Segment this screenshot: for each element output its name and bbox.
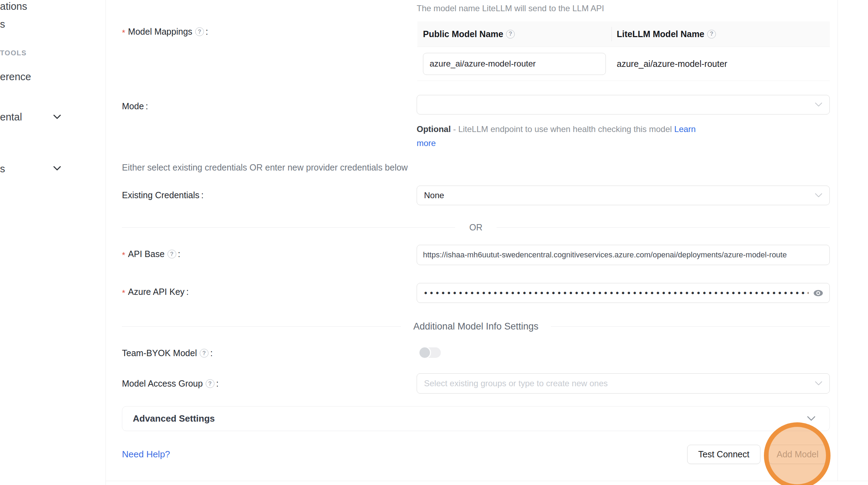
table-header-litellm-model-name: LiteLLM Model Name ? xyxy=(611,21,716,47)
label-text: Model Mappings xyxy=(128,27,192,37)
credentials-note: Either select existing credentials OR en… xyxy=(122,162,408,173)
advanced-settings-panel[interactable]: Advanced Settings xyxy=(122,406,830,431)
label-colon: : xyxy=(201,190,204,200)
chevron-down-icon xyxy=(815,193,822,198)
label-text: Model Access Group xyxy=(122,379,203,389)
api-base-label: * API Base ? : xyxy=(122,249,180,259)
existing-credentials-label: Existing Credentials : xyxy=(122,190,204,200)
model-access-group-select[interactable]: Select existing groups or type to create… xyxy=(417,373,830,394)
azure-api-key-input[interactable] xyxy=(417,283,830,303)
chevron-down-icon xyxy=(815,381,822,386)
existing-credentials-value: None xyxy=(424,190,444,200)
label-colon: : xyxy=(210,348,213,358)
or-text: OR xyxy=(455,222,497,233)
eye-icon[interactable] xyxy=(813,289,823,297)
existing-credentials-select[interactable]: None xyxy=(417,186,830,205)
azure-api-key-label: * Azure API Key : xyxy=(122,287,189,297)
model-access-group-label: Model Access Group ? : xyxy=(122,379,219,389)
divider-line xyxy=(122,326,401,327)
label-colon: : xyxy=(178,249,180,259)
sidebar-item-s1[interactable]: s xyxy=(0,19,5,30)
mode-label: Mode : xyxy=(122,101,148,111)
mode-select[interactable] xyxy=(417,95,830,115)
table-row: azure_ai/azure-model-router xyxy=(417,47,830,81)
help-icon[interactable]: ? xyxy=(206,379,214,388)
label-colon: : xyxy=(216,379,219,389)
sidebar-item-label: ental xyxy=(0,111,22,123)
team-byok-toggle[interactable] xyxy=(419,347,441,358)
table-header-row: Public Model Name ? LiteLLM Model Name ? xyxy=(417,21,830,47)
header-text: Public Model Name xyxy=(423,29,503,39)
additional-settings-text: Additional Model Info Settings xyxy=(401,321,551,332)
divider-line xyxy=(497,227,830,228)
header-divider xyxy=(611,27,612,41)
model-name-hint: The model name LiteLLM will send to the … xyxy=(417,4,604,13)
divider-line xyxy=(551,326,830,327)
sidebar-item-label: erence xyxy=(0,71,31,83)
model-mappings-table: Public Model Name ? LiteLLM Model Name ?… xyxy=(417,21,830,81)
sidebar-item-ental[interactable]: ental xyxy=(0,111,22,123)
optional-help-text: Optional - LiteLLM endpoint to use when … xyxy=(417,122,711,150)
public-model-name-input[interactable] xyxy=(423,53,606,75)
optional-text: - LiteLLM endpoint to use when health ch… xyxy=(451,124,674,134)
add-model-button[interactable]: Add Model xyxy=(768,445,827,464)
sidebar-item-label: ations xyxy=(0,1,27,12)
toggle-knob xyxy=(419,347,430,358)
test-connect-button[interactable]: Test Connect xyxy=(687,445,760,464)
chevron-down-icon xyxy=(815,102,822,107)
divider-line xyxy=(122,227,455,228)
or-divider: OR xyxy=(122,223,830,232)
chevron-down-icon xyxy=(807,416,815,421)
help-icon[interactable]: ? xyxy=(506,30,515,39)
label-colon: : xyxy=(146,101,148,111)
sidebar-item-label: s xyxy=(0,163,5,175)
label-colon: : xyxy=(186,287,189,297)
required-marker: * xyxy=(122,250,125,260)
chevron-down-icon xyxy=(53,166,61,171)
header-text: LiteLLM Model Name xyxy=(617,29,704,39)
api-base-input[interactable] xyxy=(417,245,830,265)
help-icon[interactable]: ? xyxy=(200,349,209,358)
azure-api-key-field xyxy=(417,283,830,303)
label-text: API Base xyxy=(128,249,164,259)
label-text: Mode xyxy=(122,101,144,111)
add-model-page: ations s TOOLS erence ental s The model … xyxy=(0,0,868,485)
label-colon: : xyxy=(206,27,208,37)
additional-settings-divider: Additional Model Info Settings xyxy=(122,321,830,332)
model-mappings-label: * Model Mappings ? : xyxy=(122,27,208,37)
content-bottom-border xyxy=(106,481,868,481)
sidebar-item-ations[interactable]: ations xyxy=(0,1,27,12)
sidebar-item-erence[interactable]: erence xyxy=(0,71,31,83)
need-help-link[interactable]: Need Help? xyxy=(122,449,170,460)
team-byok-label: Team-BYOK Model ? : xyxy=(122,348,213,358)
help-icon[interactable]: ? xyxy=(707,30,716,39)
advanced-settings-title: Advanced Settings xyxy=(133,413,215,424)
sidebar: ations s TOOLS erence ental s xyxy=(0,0,106,485)
table-header-public-model-name: Public Model Name ? xyxy=(417,21,611,47)
chevron-down-icon xyxy=(53,115,61,119)
sidebar-item-label: s xyxy=(0,19,5,30)
litellm-model-name-value: azure_ai/azure-model-router xyxy=(617,59,727,69)
sidebar-section-tools: TOOLS xyxy=(0,49,27,57)
required-marker: * xyxy=(122,288,125,298)
label-text: Azure API Key xyxy=(128,287,184,297)
label-text: Team-BYOK Model xyxy=(122,348,197,358)
label-text: Existing Credentials xyxy=(122,190,199,200)
required-marker: * xyxy=(122,28,125,38)
content-right-border xyxy=(838,0,838,481)
help-icon[interactable]: ? xyxy=(168,250,176,258)
sidebar-item-s2[interactable]: s xyxy=(0,163,5,175)
optional-bold: Optional xyxy=(417,124,451,134)
help-icon[interactable]: ? xyxy=(195,27,204,36)
model-access-group-placeholder: Select existing groups or type to create… xyxy=(424,379,608,388)
